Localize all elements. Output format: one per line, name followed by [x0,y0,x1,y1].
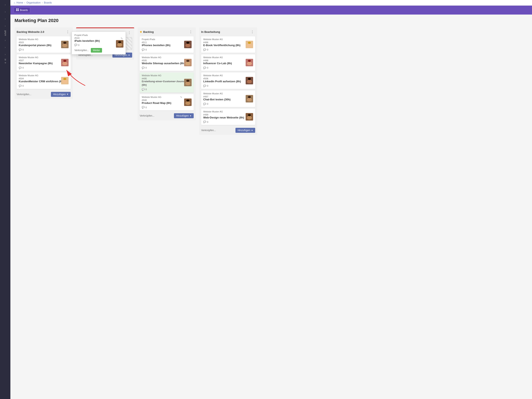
card-avatar [184,41,192,48]
column-menu-button[interactable]: ⋮ [65,30,71,34]
sidebar-toggle-7[interactable]: › [0,52,10,57]
breadcrumb-home[interactable]: Home [16,1,23,4]
comment-count: 0 [207,121,208,123]
comment-count: 0 [22,85,24,87]
popup-add-btn[interactable]: Weiter [91,48,102,53]
sidebar-toggle-6[interactable]: › [0,45,10,50]
comment-count: 0 [207,48,208,51]
card-footer: 💬 0 [203,48,253,51]
comment-icon: 💬 [203,48,206,51]
page-title: Marketing Plan 2020 [14,18,528,23]
card-avatar [184,59,192,66]
card[interactable]: ✎ Webiste Muster AG #500 Product Road Ma… [140,94,194,111]
caret-icon: ▼ [190,115,192,117]
link-button[interactable]: Verknüpfen... [140,114,154,117]
column-in-bearbeitung: In Bearbeitung ⋮ Webiste Muster AG #496 … [199,27,257,135]
breadcrumb-sep-2: › [42,1,43,4]
add-button[interactable]: Hinzufügen ▼ [174,113,194,118]
comment-icon: 💬 [142,106,145,109]
card[interactable]: Webiste Muster AG #496 E-Book Veröffentl… [201,36,255,53]
svg-point-19 [186,42,190,44]
card-footer: 💬 0 [19,66,69,69]
breadcrumb-boards: Boards [44,1,52,4]
card-avatar [246,77,253,84]
comment-icon: 💬 [142,88,145,91]
column-menu-button[interactable]: ⋮ [188,30,194,34]
card-company: Webiste Muster AG [19,74,69,77]
card-footer: 💬 0 [19,48,69,51]
card-company: Webiste Muster AG [142,56,192,59]
card-footer: 💬 0 [203,85,253,87]
column-header: Backlog Webseite 2.0 ⋮ [17,30,71,34]
svg-point-55 [118,41,121,43]
card-company: Webiste Muster AG [203,38,253,40]
sidebar-toggle-1[interactable]: › [0,2,10,7]
card[interactable]: Webiste Muster AG #497 Chat-Bot testen (… [201,91,255,107]
comment-count: 0 [22,48,24,51]
card[interactable]: Webiste Muster AG #499 Web-Design neue W… [201,109,255,125]
sidebar-toggle-2[interactable]: › [0,9,10,14]
svg-point-43 [248,78,251,80]
column-backlog-webseite: Backlog Webseite 2.0 ⋮ Webiste Muster AG… [14,27,73,99]
popup-company: Projekt iPads [74,34,123,36]
column-title: Backlog Webseite 2.0 [17,30,44,33]
svg-point-35 [248,42,251,44]
column-footer: Verknüpfen... Hinzufügen ▼ [17,91,71,97]
column-footer: Verknüpfen... Hinzufügen ▼ [140,112,194,118]
comment-count: 0 [207,66,208,69]
comment-count: 0 [146,88,147,91]
boards-badge[interactable]: Boards [14,7,30,13]
comment-count: 0 [207,85,208,87]
comment-icon: 💬 [203,120,206,123]
comment-count: 0 [22,66,24,69]
link-button[interactable]: Verknüpfen... [17,93,31,96]
card-company: Webiste Muster AG [203,56,253,59]
popup-link-btn[interactable]: Verknüpfen... [74,49,89,52]
column-menu-button[interactable]: ⋮ [126,30,132,35]
sidebar-toggle-5[interactable]: › [0,38,10,43]
card-avatar [184,79,192,86]
add-button[interactable]: Hinzufügen ▼ [51,92,71,97]
card-footer: 💬 0 [19,85,69,87]
sidebar-toggle-3[interactable]: › [0,16,10,22]
breadcrumb-organisation[interactable]: Organisation [26,1,40,4]
card-avatar [61,77,69,84]
edit-pencil-icon[interactable]: ✎ [120,37,123,40]
comment-icon: 💬 [203,66,206,69]
link-button[interactable]: Verknüpfen... [201,129,216,132]
sidebar: › › › › schaft › › › nt e [0,0,10,137]
card-footer: 💬 0 [203,66,253,69]
card[interactable]: Webiste Muster AG #505 Website Sitemap a… [140,54,194,71]
drag-popup-card[interactable]: Projekt iPads #510 iPads bestellen (8h) … [72,32,126,54]
column-footer: Verknüpfen... Hinzufügen ▼ [201,127,255,133]
card-avatar [246,113,253,120]
card-company: Projekt iPads [142,38,192,40]
add-button[interactable]: Hinzufügen ▼ [235,128,255,133]
popup-footer: 💬 0 [74,44,123,46]
card[interactable]: Webiste Muster AG #504 KundenMeister CRM… [17,73,71,89]
svg-point-47 [248,96,251,98]
card[interactable]: Webiste Muster AG #507 Newsletter Kampag… [17,54,71,71]
card-footer: 💬 0 [203,103,253,105]
card-avatar [246,95,253,102]
card-footer: 💬 0 [142,88,192,91]
sidebar-toggle-4[interactable]: › [0,23,10,29]
card[interactable]: Webiste Muster AG #498 Influencer Co-Lab… [201,54,255,71]
comment-icon: 💬 [142,66,145,69]
svg-point-15 [63,78,66,80]
card-company: Webiste Muster AG [19,56,69,59]
comment-icon: 💬 [19,66,22,69]
card[interactable]: Projekt iPads #511 iPhones bestellen (8h… [140,36,194,53]
card[interactable]: Webiste Muster AG #495 Erstellung einer … [140,73,194,93]
edit-icon[interactable]: ✎ [180,96,182,99]
card[interactable]: Webiste Muster AG #503 Kundenportal plan… [17,36,71,53]
column-menu-button[interactable]: ⋮ [249,30,255,34]
comment-count: 0 [146,48,147,51]
caret-icon: ▼ [251,129,253,132]
card-company: Webiste Muster AG [203,92,253,95]
card-avatar [246,59,253,66]
column-header: ★ Backlog ⋮ [140,30,194,34]
svg-point-39 [248,60,251,62]
comment-count: 0 [207,103,208,105]
card[interactable]: Webiste Muster AG #506 LinkedIn Profil a… [201,73,255,89]
